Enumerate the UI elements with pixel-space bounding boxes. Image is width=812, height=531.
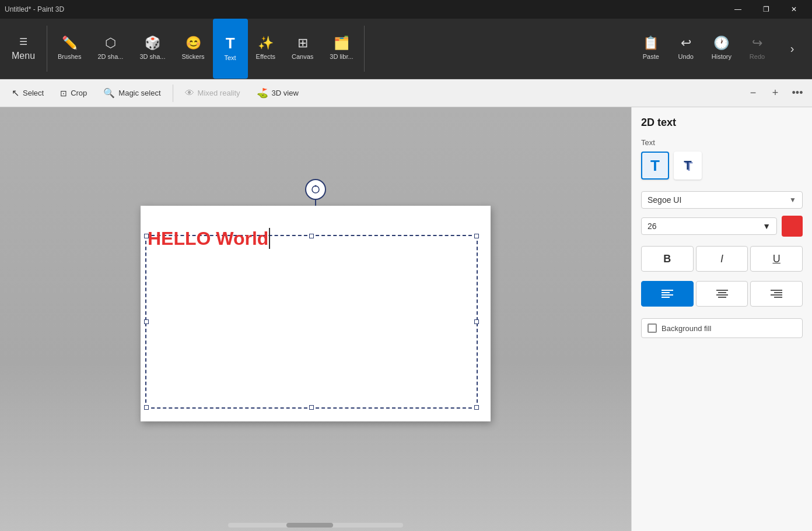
svg-point-1	[315, 185, 317, 187]
menu-label: Menu	[12, 51, 35, 61]
svg-rect-7	[718, 292, 726, 293]
brushes-tool[interactable]: ✏️ Brushes	[50, 19, 89, 79]
canvas-scrollbar[interactable]	[228, 523, 403, 528]
text-icon: T	[226, 36, 235, 51]
selection-box[interactable]	[145, 235, 478, 409]
view3d-tool[interactable]: ⛳ 3D view	[250, 84, 306, 102]
format-row: B I U	[641, 246, 803, 272]
view3d-label: 3D view	[272, 89, 299, 97]
stickers-label: Stickers	[181, 53, 204, 61]
brushes-icon: ✏️	[62, 37, 78, 50]
text-3d-button[interactable]: T	[674, 152, 702, 180]
crop-icon: ⊡	[60, 89, 67, 98]
shapes3d-tool[interactable]: 🎲 3D sha...	[131, 19, 173, 79]
bold-button[interactable]: B	[641, 246, 694, 272]
menu-icon: ☰	[19, 36, 27, 47]
app-title: Untitled* - Paint 3D	[5, 5, 64, 13]
redo-icon: ↪	[752, 37, 762, 50]
background-fill-label: Background fill	[662, 324, 711, 333]
stickers-tool[interactable]: 😊 Stickers	[173, 19, 212, 79]
canvas-tool[interactable]: ⊞ Canvas	[284, 19, 321, 79]
align-center-button[interactable]	[696, 281, 748, 307]
panel-title: 2D text	[641, 117, 803, 129]
main-content: HELLO World 2D text Text T T Segoe UI ▼ …	[0, 107, 812, 531]
text-label: Text	[224, 54, 236, 62]
svg-rect-12	[771, 294, 782, 296]
svg-rect-10	[771, 290, 782, 291]
svg-rect-4	[662, 294, 673, 296]
italic-button[interactable]: I	[696, 246, 748, 272]
handle-top-right[interactable]	[474, 234, 479, 238]
text-cursor	[269, 228, 270, 249]
background-fill-checkbox[interactable]	[648, 323, 657, 333]
paste-tool[interactable]: 📋 Paste	[634, 19, 668, 79]
shapes2d-tool[interactable]: ⬡ 2D sha...	[89, 19, 131, 79]
window-controls: — ❐ ✕	[724, 0, 807, 19]
undo-tool[interactable]: ↩ Undo	[668, 19, 704, 79]
maximize-button[interactable]: ❐	[752, 0, 779, 19]
minimize-button[interactable]: —	[724, 0, 751, 19]
bold-icon: B	[663, 253, 671, 265]
zoom-out-button[interactable]: −	[743, 83, 763, 103]
text-2d-button[interactable]: T	[641, 152, 669, 180]
select-tool[interactable]: ↖ Select	[5, 84, 51, 102]
underline-button[interactable]: U	[750, 246, 803, 272]
paste-icon: 📋	[643, 37, 659, 50]
handle-bot-right[interactable]	[474, 405, 479, 410]
text-3d-icon: T	[684, 158, 691, 173]
text-section-label: Text	[641, 138, 803, 147]
crop-label: Crop	[71, 89, 87, 97]
handle-mid-left[interactable]	[144, 319, 149, 324]
align-left-button[interactable]	[641, 281, 694, 307]
white-canvas[interactable]: HELLO World	[141, 206, 491, 421]
lib3d-tool[interactable]: 🗂️ 3D libr...	[321, 19, 361, 79]
handle-mid-right[interactable]	[474, 319, 479, 324]
crop-tool[interactable]: ⊡ Crop	[53, 85, 94, 101]
toolbar-divider-1	[47, 26, 47, 72]
svg-rect-3	[662, 292, 670, 293]
color-swatch[interactable]	[782, 216, 803, 237]
rotation-handle[interactable]	[305, 179, 326, 200]
shapes3d-icon: 🎲	[145, 37, 160, 50]
undo-icon: ↩	[681, 37, 691, 50]
mixed-reality-label: Mixed reality	[198, 89, 240, 97]
lib3d-icon: 🗂️	[334, 37, 349, 50]
background-fill-row[interactable]: Background fill	[641, 318, 803, 338]
brushes-label: Brushes	[58, 53, 81, 61]
history-tool[interactable]: 🕐 History	[704, 19, 740, 79]
magic-select-icon: 🔍	[103, 87, 115, 99]
align-right-button[interactable]	[750, 281, 803, 307]
text-tool[interactable]: T Text	[213, 19, 248, 79]
font-size-selector[interactable]: 26 ▼	[641, 217, 777, 235]
align-row	[641, 281, 803, 307]
close-button[interactable]: ✕	[780, 0, 807, 19]
italic-icon: I	[720, 253, 723, 265]
align-center-icon	[716, 289, 728, 298]
canvas-text[interactable]: HELLO World	[148, 228, 270, 249]
redo-label: Redo	[750, 53, 765, 61]
scrollbar-thumb[interactable]	[286, 523, 333, 528]
size-color-row: 26 ▼	[641, 216, 803, 237]
handle-bot-center[interactable]	[309, 405, 314, 410]
collapse-panel-button[interactable]: ›	[775, 19, 810, 79]
align-left-icon	[662, 289, 673, 298]
more-options-button[interactable]: •••	[788, 83, 807, 103]
font-selector[interactable]: Segoe UI ▼	[641, 191, 803, 209]
svg-rect-8	[716, 294, 728, 296]
zoom-in-button[interactable]: +	[765, 83, 785, 103]
canvas-area[interactable]: HELLO World	[0, 107, 631, 531]
redo-tool[interactable]: ↪ Redo	[740, 19, 775, 79]
handle-bot-left[interactable]	[144, 405, 149, 410]
menu-button[interactable]: ☰ Menu	[2, 19, 44, 79]
stickers-icon: 😊	[186, 37, 201, 50]
paste-label: Paste	[643, 53, 659, 61]
magic-select-tool[interactable]: 🔍 Magic select	[96, 84, 167, 102]
canvas-text-content: HELLO World	[148, 228, 268, 249]
history-icon: 🕐	[713, 37, 729, 50]
svg-rect-11	[774, 292, 782, 293]
effects-tool[interactable]: ✨ Effects	[248, 19, 284, 79]
handle-top-center[interactable]	[309, 234, 314, 238]
rotation-icon	[310, 184, 321, 195]
title-bar: Untitled* - Paint 3D — ❐ ✕	[0, 0, 812, 19]
canvas-label: Canvas	[292, 53, 313, 61]
